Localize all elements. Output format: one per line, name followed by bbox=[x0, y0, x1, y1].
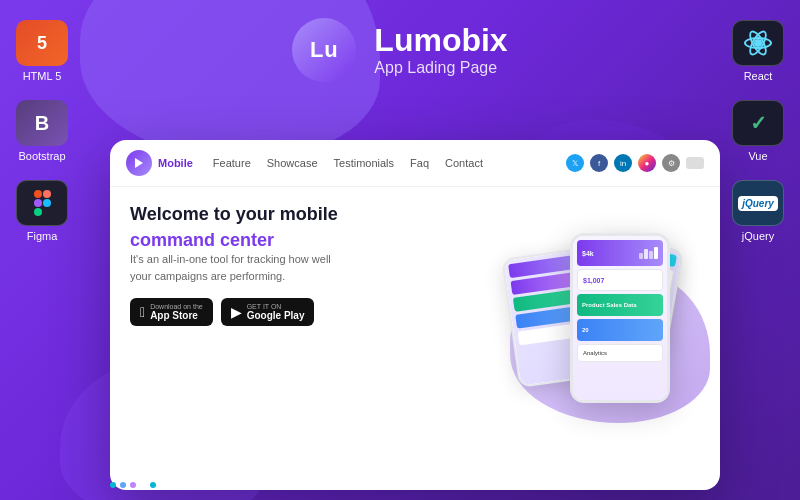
html5-icon: 5 bbox=[37, 33, 47, 54]
store-buttons:  Download on the App Store ▶ GET IT ON … bbox=[130, 298, 430, 326]
appstore-sub: Download on the bbox=[150, 303, 203, 310]
nav-link-contact[interactable]: Contact bbox=[445, 157, 483, 169]
tech-icons-left: 5 HTML 5 B Bootstrap F bbox=[16, 20, 68, 242]
googleplay-sub: GET IT ON bbox=[247, 303, 305, 310]
googleplay-name: Google Play bbox=[247, 310, 305, 321]
vue-badge: ✓ bbox=[732, 100, 784, 146]
react-badge bbox=[732, 20, 784, 66]
apple-icon:  bbox=[140, 304, 145, 320]
nav-square bbox=[686, 157, 704, 169]
main-card: Mobile Feature Showcase Testimonials Faq… bbox=[110, 140, 720, 490]
googleplay-text: GET IT ON Google Play bbox=[247, 303, 305, 321]
dot-5 bbox=[150, 482, 156, 488]
googleplay-button[interactable]: ▶ GET IT ON Google Play bbox=[221, 298, 315, 326]
phone-container: $4k $1,007 Product Sal bbox=[460, 203, 680, 403]
card-description: It's an all-in-one tool for tracking how… bbox=[130, 251, 350, 284]
google-icon: ▶ bbox=[231, 304, 242, 320]
tech-react: React bbox=[732, 20, 784, 82]
facebook-icon[interactable]: f bbox=[590, 154, 608, 172]
react-icon bbox=[743, 28, 773, 58]
nav-link-testimonials[interactable]: Testimonials bbox=[334, 157, 395, 169]
card-right: $4k $1,007 Product Sal bbox=[440, 203, 700, 403]
react-label: React bbox=[744, 70, 773, 82]
card-nav-links: Feature Showcase Testimonials Faq Contac… bbox=[213, 157, 566, 169]
dot-4 bbox=[140, 482, 146, 488]
phone-main: $4k $1,007 Product Sal bbox=[570, 233, 670, 403]
appstore-button[interactable]:  Download on the App Store bbox=[130, 298, 213, 326]
figma-icon bbox=[34, 190, 51, 216]
tech-jquery: jQuery jQuery bbox=[732, 180, 784, 242]
jquery-badge: jQuery bbox=[732, 180, 784, 226]
card-content: Welcome to your mobile command center It… bbox=[110, 187, 720, 419]
app-name: Lumobix bbox=[374, 23, 507, 58]
figma-badge bbox=[16, 180, 68, 226]
tech-html5: 5 HTML 5 bbox=[16, 20, 68, 82]
jquery-label: jQuery bbox=[742, 230, 774, 242]
html5-label: HTML 5 bbox=[23, 70, 62, 82]
card-left: Welcome to your mobile command center It… bbox=[130, 203, 430, 403]
instagram-icon[interactable]: ● bbox=[638, 154, 656, 172]
bootstrap-badge: B bbox=[16, 100, 68, 146]
nav-link-faq[interactable]: Faq bbox=[410, 157, 429, 169]
appstore-text: Download on the App Store bbox=[150, 303, 203, 321]
card-logo-label: Mobile bbox=[158, 157, 193, 169]
dot-2 bbox=[120, 482, 126, 488]
header: Lu Lumobix App Lading Page bbox=[0, 18, 800, 82]
logo-circle: Lu bbox=[292, 18, 356, 82]
vue-label: Vue bbox=[748, 150, 767, 162]
twitter-icon[interactable]: 𝕏 bbox=[566, 154, 584, 172]
card-logo-svg bbox=[132, 156, 146, 170]
gear-icon[interactable]: ⚙ bbox=[662, 154, 680, 172]
dot-3 bbox=[130, 482, 136, 488]
card-logo: Mobile bbox=[126, 150, 193, 176]
vue-icon: ✓ bbox=[750, 111, 767, 135]
app-subtitle: App Lading Page bbox=[374, 59, 507, 77]
nav-link-feature[interactable]: Feature bbox=[213, 157, 251, 169]
header-title-block: Lumobix App Lading Page bbox=[374, 23, 507, 76]
card-nav-socials: 𝕏 f in ● ⚙ bbox=[566, 154, 704, 172]
appstore-name: App Store bbox=[150, 310, 203, 321]
tech-bootstrap: B Bootstrap bbox=[16, 100, 68, 162]
html5-badge: 5 bbox=[16, 20, 68, 66]
dot-1 bbox=[110, 482, 116, 488]
nav-link-showcase[interactable]: Showcase bbox=[267, 157, 318, 169]
tech-icons-right: React ✓ Vue jQuery jQuery bbox=[732, 20, 784, 242]
figma-label: Figma bbox=[27, 230, 58, 242]
tech-figma: Figma bbox=[16, 180, 68, 242]
bootstrap-label: Bootstrap bbox=[18, 150, 65, 162]
dots-row bbox=[110, 482, 156, 488]
tech-vue: ✓ Vue bbox=[732, 100, 784, 162]
linkedin-icon[interactable]: in bbox=[614, 154, 632, 172]
card-headline-line1: Welcome to your mobile bbox=[130, 203, 430, 226]
phone-screen: $4k $1,007 Product Sal bbox=[573, 236, 667, 400]
card-headline-line2: command center bbox=[130, 230, 430, 251]
card-logo-icon bbox=[126, 150, 152, 176]
jquery-icon: jQuery bbox=[738, 196, 778, 211]
logo-initials: Lu bbox=[310, 37, 339, 63]
card-nav: Mobile Feature Showcase Testimonials Faq… bbox=[110, 140, 720, 187]
bootstrap-icon: B bbox=[35, 112, 49, 135]
